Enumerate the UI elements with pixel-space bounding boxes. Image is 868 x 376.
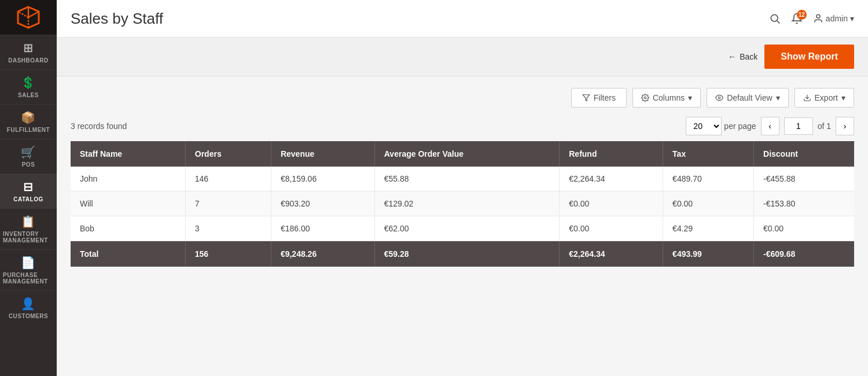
- col-revenue: Revenue: [271, 141, 374, 167]
- columns-button[interactable]: Columns ▾: [632, 88, 701, 108]
- view-chevron: ▾: [776, 93, 780, 102]
- sidebar-item-label: CATALOG: [13, 196, 43, 202]
- col-orders: Orders: [185, 141, 271, 167]
- pos-icon: 🛒: [21, 145, 36, 159]
- header-actions: 12 admin ▾: [769, 13, 854, 24]
- fulfillment-icon: 📦: [21, 110, 36, 124]
- sidebar-item-label: DASHBOARD: [8, 57, 49, 64]
- dashboard-icon: ⊞: [23, 41, 34, 55]
- total-revenue: €9,248.26: [271, 241, 374, 267]
- table-row: John146€8,159.06€55.88€2,264.34€489.70-€…: [71, 167, 854, 191]
- admin-dropdown-icon: ▾: [850, 14, 854, 23]
- total-orders: 156: [185, 241, 271, 267]
- col-staff-name: Staff Name: [71, 141, 185, 167]
- svg-line-2: [777, 21, 780, 24]
- total-refund: €2,264.34: [560, 241, 663, 267]
- svg-point-6: [718, 97, 720, 99]
- sidebar-item-customers[interactable]: 👤 CUSTOMERS: [0, 290, 57, 325]
- col-tax: Tax: [663, 141, 754, 167]
- export-button[interactable]: Export ▾: [795, 88, 854, 108]
- table-header-row: Staff Name Orders Revenue Average Order …: [71, 141, 854, 167]
- inventory-icon: 📋: [21, 215, 36, 228]
- catalog-icon: ⊟: [23, 180, 34, 194]
- default-view-button[interactable]: Default View ▾: [707, 88, 788, 108]
- total-avg-order: €59.28: [374, 241, 559, 267]
- prev-page-button[interactable]: ‹: [761, 117, 779, 135]
- sidebar-item-dashboard[interactable]: ⊞ DASHBOARD: [0, 35, 57, 69]
- customers-icon: 👤: [21, 297, 36, 311]
- page-of-label: of 1: [818, 121, 831, 131]
- table-total-row: Total 156 €9,248.26 €59.28 €2,264.34 €49…: [71, 241, 854, 267]
- sidebar-item-pos[interactable]: 🛒 POS: [0, 139, 57, 174]
- export-chevron: ▾: [841, 93, 845, 102]
- sidebar: ⊞ DASHBOARD 💲 SALES 📦 FULFILLMENT 🛒 POS …: [0, 0, 57, 376]
- sidebar-item-label: POS: [22, 161, 35, 168]
- sidebar-item-sales[interactable]: 💲 SALES: [0, 69, 57, 104]
- sidebar-item-fulfillment[interactable]: 📦 FULFILLMENT: [0, 104, 57, 139]
- total-label: Total: [71, 241, 185, 267]
- export-label: Export: [815, 93, 838, 102]
- filter-bar: Filters Columns ▾ Default View ▾: [71, 88, 854, 108]
- next-page-button[interactable]: ›: [836, 117, 854, 135]
- page-header: Sales by Staff 12 admin: [57, 0, 868, 38]
- notification-count: 12: [797, 10, 807, 20]
- sidebar-item-label: INVENTORY MANAGEMENT: [3, 231, 54, 244]
- columns-label: Columns: [653, 93, 685, 102]
- back-arrow-icon: ←: [728, 52, 736, 61]
- table-row: Bob3€186.00€62.00€0.00€4.29€0.00: [71, 216, 854, 241]
- admin-label-text: admin: [826, 14, 848, 23]
- pagination-bar: 3 records found 20 50 100 per page ‹ of …: [71, 117, 854, 135]
- svg-marker-4: [583, 95, 590, 101]
- sidebar-item-purchase[interactable]: 📄 PURCHASE MANAGEMENT: [0, 249, 57, 290]
- sidebar-item-label: FULFILLMENT: [7, 127, 50, 133]
- back-button[interactable]: ← Back: [728, 52, 757, 61]
- sidebar-item-label: PURCHASE MANAGEMENT: [3, 272, 54, 285]
- col-discount: Discount: [754, 141, 854, 167]
- col-avg-order: Average Order Value: [374, 141, 559, 167]
- per-page-label: per page: [724, 121, 756, 131]
- back-button-label: Back: [740, 52, 757, 61]
- total-tax: €493.99: [663, 241, 754, 267]
- records-found: 3 records found: [71, 121, 127, 131]
- sidebar-item-label: SALES: [18, 92, 39, 98]
- per-page-select: 20 50 100 per page: [686, 117, 756, 135]
- total-discount: -€609.68: [754, 241, 854, 267]
- per-page-dropdown[interactable]: 20 50 100: [686, 117, 722, 135]
- svg-point-1: [771, 14, 778, 21]
- search-button[interactable]: [769, 13, 781, 24]
- columns-chevron: ▾: [688, 93, 692, 102]
- content-area: Filters Columns ▾ Default View ▾: [57, 76, 868, 376]
- table-row: Will7€903.20€129.02€0.00€0.00-€153.80: [71, 191, 854, 216]
- default-view-label: Default View: [727, 93, 772, 102]
- sidebar-item-inventory[interactable]: 📋 INVENTORY MANAGEMENT: [0, 208, 57, 249]
- data-table: Staff Name Orders Revenue Average Order …: [71, 141, 854, 267]
- page-title: Sales by Staff: [71, 10, 163, 28]
- filters-button[interactable]: Filters: [571, 88, 627, 108]
- notifications-button[interactable]: 12: [791, 13, 803, 24]
- page-number-input[interactable]: [784, 117, 813, 135]
- show-report-button[interactable]: Show Report: [764, 45, 854, 69]
- purchase-icon: 📄: [21, 256, 36, 270]
- sidebar-item-label: CUSTOMERS: [9, 313, 48, 319]
- table-body: John146€8,159.06€55.88€2,264.34€489.70-€…: [71, 167, 854, 241]
- col-refund: Refund: [560, 141, 663, 167]
- sales-icon: 💲: [21, 76, 36, 90]
- admin-menu[interactable]: admin ▾: [813, 13, 854, 24]
- filters-label: Filters: [594, 93, 616, 102]
- pagination-controls: 20 50 100 per page ‹ of 1 ›: [686, 117, 854, 135]
- svg-point-3: [816, 14, 820, 18]
- action-toolbar: ← Back Show Report: [57, 38, 868, 76]
- svg-point-5: [644, 97, 646, 99]
- sidebar-item-catalog[interactable]: ⊟ CATALOG: [0, 174, 57, 208]
- logo[interactable]: [0, 0, 57, 35]
